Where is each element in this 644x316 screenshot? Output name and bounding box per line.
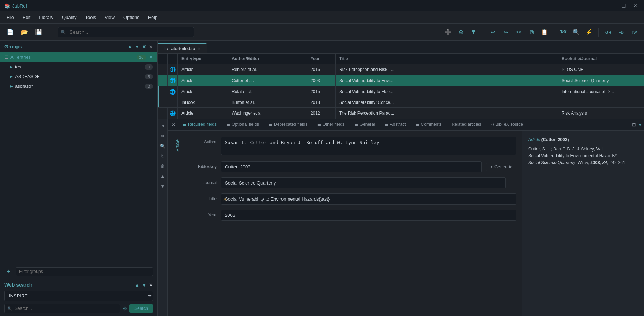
th-globe — [168, 54, 178, 64]
group-item-test[interactable]: ▶ test 0 — [0, 62, 157, 72]
tab-deprecated-fields[interactable]: ☰ Deprecated fields — [264, 119, 312, 130]
bibtex-tab-icon: {} — [491, 122, 494, 126]
open-library-button[interactable]: 📂 — [19, 27, 30, 38]
group-item-asdfasdf[interactable]: ▶ ASDFASDF 3 — [0, 72, 157, 81]
expand-icon-test: ▶ — [10, 65, 13, 69]
menu-library[interactable]: Library — [35, 13, 57, 21]
table-row[interactable]: 🌐 Article Wachinger et al. 2012 The Risk… — [158, 108, 644, 119]
web-search-header: Web search ▲ ▼ ✕ — [4, 282, 153, 288]
tab-bibtex-source[interactable]: {} BibTeX source — [486, 119, 528, 130]
table-row[interactable]: 🌐 Article Reniers et al. 2016 Risk Perce… — [158, 64, 644, 75]
editor-down-button[interactable]: ▼ — [158, 182, 167, 191]
journal-expand-icon[interactable]: ⋮ — [510, 179, 516, 187]
filter-groups-input[interactable] — [16, 267, 153, 276]
minimize-button[interactable]: — — [607, 2, 616, 9]
menu-view[interactable]: View — [101, 13, 118, 21]
table-row[interactable]: 🌐 Article Rufat et al. 2015 Social Vulne… — [158, 86, 644, 97]
cleanup-button[interactable]: ⚡ — [583, 27, 595, 38]
table-row[interactable]: InBook Burton et al. 2018 Social Vulnera… — [158, 97, 644, 108]
td-globe-4 — [168, 97, 178, 107]
menu-tools[interactable]: Tools — [82, 13, 100, 21]
bibtexkey-input[interactable] — [221, 161, 482, 172]
add-entry-id-button[interactable]: ⊕ — [455, 27, 467, 38]
toolbar-separator-4 — [598, 28, 599, 37]
web-search-input[interactable] — [4, 304, 120, 313]
menu-options[interactable]: Options — [120, 13, 143, 21]
editor-chevron-button[interactable]: ▼ — [638, 122, 643, 128]
editor-field-close-button[interactable]: ✕ — [169, 119, 178, 130]
undo-button[interactable]: ↩ — [487, 27, 498, 38]
delete-entry-button[interactable]: 🗑 — [468, 27, 479, 38]
close-button[interactable]: ✕ — [631, 2, 640, 9]
groups-list: ☰ All entries 16 ▼ ▶ test 0 ▶ ASDFASDF 3… — [0, 52, 157, 264]
toolbar-separator-1 — [49, 28, 49, 37]
library-tab[interactable]: literaturteile.bib ✕ — [158, 43, 207, 53]
web-search-input-wrap — [4, 304, 120, 313]
menu-edit[interactable]: Edit — [19, 13, 34, 21]
editor-up-button[interactable]: ▲ — [158, 172, 167, 181]
abstract-tab-label: Abstract — [390, 122, 406, 127]
search-tool-button[interactable]: 🔍 — [570, 27, 582, 38]
new-library-button[interactable]: 📄 — [4, 27, 16, 38]
title-input[interactable] — [221, 193, 516, 205]
editor-delete-button[interactable]: 🗑 — [158, 162, 167, 171]
editor-close-button[interactable]: ✕ — [158, 122, 167, 130]
web-search-options-button[interactable]: ⚙ — [123, 306, 127, 311]
td-title-5: The Risk Perception Parad... — [336, 108, 558, 119]
menu-file[interactable]: File — [3, 13, 18, 21]
tab-related-articles[interactable]: Related articles — [447, 119, 487, 130]
journal-label: Journal — [184, 177, 217, 185]
web-search-engine-select[interactable]: INSPIRE — [4, 291, 153, 301]
facebook-button[interactable]: FB — [615, 27, 627, 38]
td-globe-3: 🌐 — [168, 86, 178, 97]
toolbar-right: ➕ ⊕ 🗑 ↩ ↪ ✂ ⧉ 📋 TeX 🔍 ⚡ GH FB TW — [442, 27, 640, 38]
tab-other-fields[interactable]: ☰ Other fields — [312, 119, 349, 130]
web-search-controls: ▲ ▼ ✕ — [134, 282, 153, 288]
year-input[interactable] — [221, 210, 516, 221]
web-search-close-button[interactable]: ✕ — [149, 282, 153, 288]
groups-up-button[interactable]: ▲ — [127, 44, 132, 49]
web-search-up-button[interactable]: ▲ — [134, 282, 139, 288]
group-all-entries[interactable]: ☰ All entries 16 ▼ — [0, 52, 157, 62]
editor-search-button[interactable]: 🔍 — [158, 142, 167, 150]
td-indicator-2 — [158, 75, 168, 86]
journal-input[interactable] — [221, 177, 506, 188]
tex-button[interactable]: TeX — [558, 27, 569, 38]
table-row[interactable]: 🌐 Article Cutter et al. 2003 Social Vuln… — [158, 75, 644, 86]
twitter-button[interactable]: TW — [628, 27, 640, 38]
optional-tab-label: Optional fields — [232, 122, 259, 127]
redo-button[interactable]: ↪ — [500, 27, 511, 38]
tab-comments[interactable]: ☰ Comments — [411, 119, 447, 130]
tab-general[interactable]: ☰ General — [350, 119, 380, 130]
app-title: JabRef — [12, 3, 27, 9]
tab-abstract[interactable]: ☰ Abstract — [380, 119, 411, 130]
paste-button[interactable]: 📋 — [539, 27, 550, 38]
github-button[interactable]: GH — [602, 27, 614, 38]
editor-expand-button[interactable]: ⊞ — [632, 122, 636, 128]
group-item-asdfasdf2[interactable]: ▶ asdfasdf 0 — [0, 81, 157, 91]
tab-optional-fields[interactable]: ☰ Optional fields — [222, 119, 264, 130]
generate-key-button[interactable]: ✦ Generate — [486, 163, 516, 171]
groups-close-button[interactable]: ✕ — [149, 44, 153, 49]
search-input[interactable] — [58, 27, 194, 37]
copy-button[interactable]: ⧉ — [526, 27, 537, 38]
author-input[interactable] — [221, 137, 516, 155]
groups-toggle-button[interactable]: 👁 — [142, 44, 147, 49]
library-tab-close[interactable]: ✕ — [197, 46, 201, 51]
add-entry-button[interactable]: ➕ — [442, 27, 454, 38]
journal-actions: ⋮ — [510, 177, 516, 187]
web-search-down-button[interactable]: ▼ — [142, 282, 147, 288]
editor-refresh-button[interactable]: ↻ — [158, 152, 167, 161]
cut-button[interactable]: ✂ — [513, 27, 524, 38]
groups-down-button[interactable]: ▼ — [134, 44, 139, 49]
info-details: Cutter, S. L.; Boruff, B. J. & Shirley, … — [528, 146, 638, 167]
editor-edit-button[interactable]: ✏ — [158, 132, 167, 140]
web-search-search-button[interactable]: Search — [129, 304, 153, 313]
tab-required-fields[interactable]: ☰ Required fields — [178, 119, 222, 130]
save-library-button[interactable]: 💾 — [33, 27, 44, 38]
menu-help[interactable]: Help — [145, 13, 161, 21]
menu-quality[interactable]: Quality — [58, 13, 80, 21]
add-group-button[interactable]: + — [4, 267, 13, 276]
article-label[interactable]: Article — [174, 137, 181, 154]
maximize-button[interactable]: ☐ — [619, 2, 628, 9]
